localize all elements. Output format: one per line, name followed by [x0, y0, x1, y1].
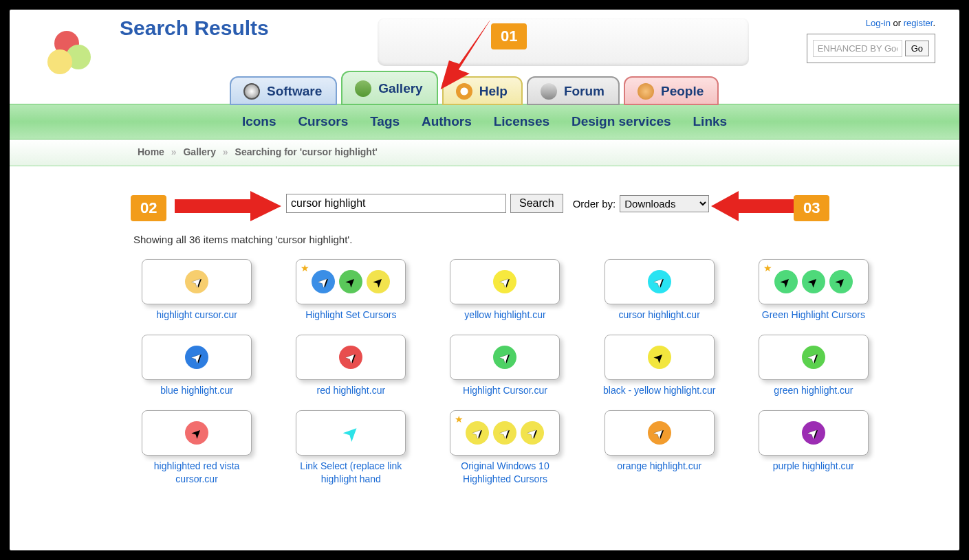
cursor-preview-icon: ➤	[466, 421, 489, 445]
register-link[interactable]: register	[904, 18, 933, 28]
result-thumbnail[interactable]: ➤	[142, 335, 252, 380]
result-label[interactable]: red highlight.cur	[287, 384, 414, 396]
cursor-arrow-icon: ➤	[523, 424, 541, 442]
cursor-preview-icon: ➤	[802, 346, 825, 369]
result-thumbnail[interactable]: ➤	[605, 410, 715, 456]
cursor-arrow-icon: ➤	[188, 348, 206, 366]
result-card: ★➤➤➤Highlight Set Cursors	[287, 259, 414, 321]
cursor-arrow-icon: ➤	[805, 273, 823, 291]
cursor-arrow-icon: ➤	[342, 273, 360, 291]
cursor-arrow-icon: ➤	[342, 348, 360, 366]
result-thumbnail[interactable]: ➤	[142, 259, 252, 304]
result-card: ➤blue highlight.cur	[133, 335, 260, 396]
google-search-box: Go	[807, 34, 935, 63]
cursor-arrow-icon: ➤	[651, 273, 668, 291]
result-label[interactable]: yellow highlight.cur	[442, 309, 568, 321]
cursor-arrow-icon: ➤	[468, 424, 486, 442]
annotation-marker-01: 01	[491, 23, 527, 49]
result-label[interactable]: Highlight Cursor.cur	[442, 384, 568, 396]
subnav-licenses[interactable]: Licenses	[494, 114, 549, 128]
result-thumbnail[interactable]: ➤	[450, 335, 560, 380]
tab-people[interactable]: People	[624, 76, 719, 105]
main-nav-tabs: Software Gallery Help Forum People	[230, 71, 946, 105]
result-thumbnail[interactable]: ➤	[296, 335, 406, 380]
subnav-links[interactable]: Links	[693, 114, 728, 128]
result-thumbnail[interactable]: ➤	[296, 410, 406, 456]
annotation-marker-02: 02	[131, 195, 166, 221]
result-card: ★➤➤➤Original Windows 10 Highlighted Curs…	[442, 410, 568, 484]
svg-marker-1	[175, 191, 281, 221]
breadcrumb-home[interactable]: Home	[138, 146, 164, 157]
result-thumbnail[interactable]: ➤	[605, 259, 715, 304]
svg-point-5	[47, 49, 72, 74]
result-label[interactable]: Original Windows 10 Highlighted Cursors	[442, 460, 568, 484]
result-label[interactable]: Highlight Set Cursors	[287, 309, 414, 321]
google-go-button[interactable]: Go	[905, 41, 929, 56]
cursor-preview-icon: ➤	[802, 421, 825, 445]
cursor-arrow-icon: ➤	[496, 424, 514, 442]
person-icon	[638, 83, 654, 100]
result-label[interactable]: Green Highlight Cursors	[750, 309, 877, 321]
result-thumbnail[interactable]: ➤	[605, 335, 715, 380]
auth-links: Log-in or register.	[807, 18, 935, 28]
microphone-icon	[541, 83, 557, 100]
site-logo[interactable]	[43, 26, 98, 81]
cursor-arrow-icon: ➤	[777, 273, 795, 291]
result-thumbnail[interactable]: ➤	[450, 259, 560, 304]
orderby-select[interactable]: Downloads	[620, 195, 709, 212]
search-input[interactable]	[286, 194, 506, 213]
cursor-preview-icon: ➤	[185, 346, 208, 369]
google-search-input[interactable]	[813, 40, 902, 57]
login-link[interactable]: Log-in	[866, 18, 891, 28]
cursor-preview-icon: ➤	[774, 270, 798, 293]
chevron-icon: »	[171, 146, 177, 157]
tab-forum[interactable]: Forum	[527, 76, 620, 105]
breadcrumb: Home » Gallery » Searching for 'cursor h…	[10, 139, 959, 166]
result-label[interactable]: blue highlight.cur	[133, 384, 260, 396]
results-count: Showing all 36 items matching 'cursor hi…	[133, 234, 877, 245]
svg-marker-2	[711, 191, 801, 221]
result-label[interactable]: cursor highlight.cur	[596, 309, 723, 321]
cursor-preview-icon: ➤	[185, 421, 208, 445]
cursor-preview-icon: ➤	[339, 270, 362, 293]
subnav-cursors[interactable]: Cursors	[298, 114, 348, 128]
result-label[interactable]: highlight cursor.cur	[133, 309, 260, 321]
result-label[interactable]: highlighted red vista cursor.cur	[133, 460, 260, 484]
star-icon: ★	[763, 262, 772, 273]
result-card: ➤Link Select (replace link highlight han…	[287, 410, 414, 484]
cursor-arrow-icon: ➤	[496, 273, 514, 291]
annotation-arrow-03	[711, 191, 801, 225]
subnav-authors[interactable]: Authors	[422, 114, 472, 128]
breadcrumb-gallery[interactable]: Gallery	[183, 146, 215, 157]
cursor-preview-icon: ➤	[493, 421, 516, 445]
result-label[interactable]: purple highlight.cur	[750, 460, 877, 472]
result-label[interactable]: green highlight.cur	[750, 384, 877, 396]
disc-icon	[243, 83, 260, 100]
cursor-arrow-icon: ➤	[832, 273, 850, 291]
star-icon: ★	[455, 414, 464, 425]
result-label[interactable]: orange highlight.cur	[596, 460, 723, 472]
result-thumbnail[interactable]: ➤	[759, 335, 869, 380]
result-card: ➤highlight cursor.cur	[133, 259, 260, 321]
cursor-arrow-icon: ➤	[805, 348, 823, 366]
result-label[interactable]: black - yellow highlight.cur	[596, 384, 723, 396]
result-thumbnail[interactable]: ➤	[759, 410, 869, 456]
tab-software[interactable]: Software	[230, 76, 337, 105]
star-icon: ★	[301, 262, 309, 273]
easel-icon	[355, 80, 371, 97]
cursor-preview-icon: ➤	[829, 270, 853, 293]
result-thumbnail[interactable]: ★➤➤➤	[759, 259, 869, 304]
result-thumbnail[interactable]: ★➤➤➤	[296, 259, 406, 304]
cursor-preview-icon: ➤	[185, 270, 208, 293]
subnav-icons[interactable]: Icons	[242, 114, 276, 128]
cursor-preview-icon: ➤	[493, 270, 516, 293]
subnav-tags[interactable]: Tags	[370, 114, 400, 128]
subnav-design[interactable]: Design services	[571, 114, 671, 128]
result-thumbnail[interactable]: ➤	[142, 410, 252, 456]
cursor-preview-icon: ➤	[339, 346, 362, 369]
search-button[interactable]: Search	[510, 194, 563, 213]
result-card: ➤Highlight Cursor.cur	[442, 335, 568, 396]
result-label[interactable]: Link Select (replace link highlight hand	[287, 460, 414, 484]
breadcrumb-current: Searching for 'cursor highlight'	[235, 146, 378, 157]
result-thumbnail[interactable]: ★➤➤➤	[450, 410, 560, 456]
